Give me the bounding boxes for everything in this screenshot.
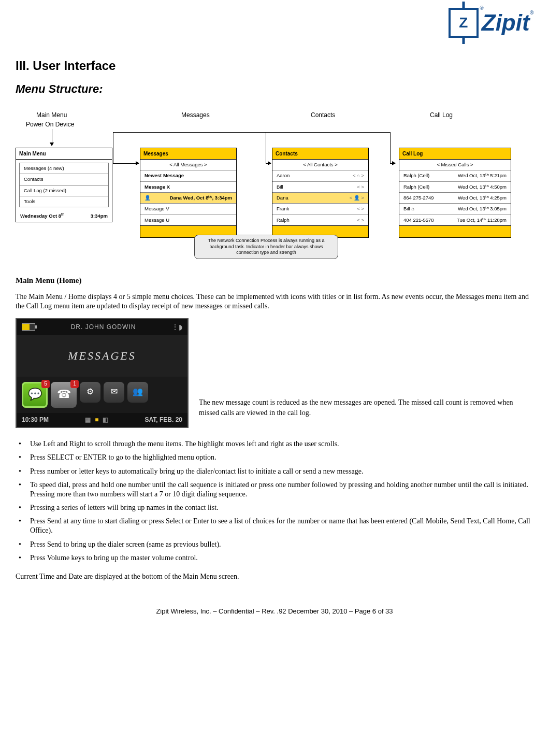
instruction-item: Pressing a series of letters will bring … [16, 503, 533, 512]
arrow-conn2 [266, 132, 390, 133]
page-heading: III. User Interface [16, 59, 533, 73]
mock-message-row: Message X [140, 182, 236, 193]
mock-messages-filter: < All Messages > [140, 160, 236, 170]
mock-main-item: Messages (4 new) [20, 163, 108, 174]
indicator-icon: ■ [95, 416, 98, 424]
contacts-app-icon: 👥 [127, 382, 148, 403]
menu-structure-diagram: Main Menu Power On Device Messages Conta… [16, 111, 533, 262]
instruction-item: Press Volume keys to bring up the master… [16, 553, 533, 563]
logo-badge-icon: Z [449, 8, 479, 38]
wifi-icon: ⋮◗ [171, 322, 182, 332]
label-call-log: Call Log [430, 111, 453, 120]
closing-paragraph: Current Time and Date are displayed at t… [16, 572, 533, 581]
mock-contacts: Contacts < All Contacts > Aaron< ⌂ >Bill… [272, 148, 369, 238]
mock-main-item: Tools [20, 196, 108, 207]
mock-main-menu: Main Menu Messages (4 new) Contacts Call… [16, 148, 112, 222]
arrow-to-contacts [266, 163, 271, 164]
device-titlebar-name: DR. JOHN GODWIN [71, 323, 136, 332]
device-banner: MESSAGES [68, 349, 136, 363]
mock-messages-title: Messages [140, 148, 236, 160]
mock-calllog-title: Call Log [399, 148, 511, 160]
phone-app-icon: ☎1 [51, 382, 77, 408]
tools-app-icon: ⚙ [80, 382, 100, 403]
label-messages: Messages [181, 111, 210, 120]
instruction-item: To speed dial, press and hold one number… [16, 480, 533, 499]
arrow-conn2v [266, 132, 266, 163]
mock-calllog: Call Log < Missed Calls > Ralph (Cell)We… [399, 148, 511, 238]
mock-calllog-row: Bill ⌂Wed Oct, 13ᵗʰ 3:05pm [399, 204, 511, 215]
mock-contacts-filter: < All Contacts > [272, 160, 368, 170]
arrow-to-calllog [390, 163, 395, 164]
mock-contact-row: Bill< > [272, 182, 368, 193]
mock-messages: Messages < All Messages > Newest Message… [140, 148, 237, 238]
logo-text: Zipit® [482, 10, 533, 36]
mail-app-icon: ✉ [104, 382, 124, 403]
mock-main-menu-title: Main Menu [16, 148, 112, 160]
registered-icon: ® [480, 5, 484, 11]
arrow-conn3v [390, 132, 391, 163]
label-power-on: Power On Device [26, 121, 74, 129]
instruction-item: Press SELECT or ENTER to go to the highl… [16, 453, 533, 462]
mock-main-item: Call Log (2 missed) [20, 186, 108, 196]
mock-calllog-row: Ralph (Cell)Wed Oct, 13ᵗʰ 4:50pm [399, 182, 511, 193]
arrow-conn1v [113, 132, 113, 163]
badge-count: 1 [70, 380, 79, 388]
battery-icon [22, 323, 35, 331]
instruction-item: Press Send at any time to start dialing … [16, 517, 533, 535]
mock-contact-row: Dana< 👤 > [272, 193, 368, 204]
mock-main-item: Contacts [20, 174, 108, 185]
instruction-item: Press number or letter keys to automatic… [16, 467, 533, 476]
instruction-item: Use Left and Right to scroll through the… [16, 439, 533, 449]
mock-contact-row: Aaron< ⌂ > [272, 170, 368, 181]
instruction-item: Press Send to bring up the dialer screen… [16, 540, 533, 549]
mock-contacts-title: Contacts [272, 148, 368, 160]
arrow-power-to-main [52, 129, 52, 146]
device-caption: The new message count is reduced as the … [199, 397, 533, 428]
mock-calllog-filter: < Missed Calls > [399, 160, 511, 170]
network-note: The Network Connection Process is always… [194, 235, 338, 259]
mock-calllog-row: 864 275-2749Wed Oct, 13ᵗʰ 4:25pm [399, 193, 511, 204]
mock-message-row: Message V [140, 204, 236, 215]
mock-message-row: Message U [140, 215, 236, 225]
instruction-list: Use Left and Right to scroll through the… [16, 439, 533, 563]
badge-count: 5 [41, 380, 50, 388]
arrow-conn1 [113, 132, 266, 133]
label-main-menu: Main Menu [36, 111, 67, 120]
indicator-icon: ◧ [103, 416, 108, 424]
mock-contact-row: Ralph< > [272, 215, 368, 225]
mock-message-row: Newest Message [140, 170, 236, 181]
logo-row: Z ® Zipit® [16, 8, 533, 38]
mock-message-row: 👤 Dana Wed, Oct 8ᵗʰ, 3:34pm [140, 193, 236, 204]
mock-contact-row: Frank< > [272, 204, 368, 215]
page-footer: Zipit Wireless, Inc. – Confidential – Re… [16, 607, 533, 616]
messages-app-icon: 💬5 [22, 382, 48, 408]
intro-paragraph: The Main Menu / Home displays 4 or 5 sim… [16, 292, 533, 311]
mock-calllog-row: 404 221-5578Tue Oct, 14ᵗʰ 11:28pm [399, 215, 511, 225]
subsection-heading: Main Menu (Home) [16, 276, 533, 285]
indicator-icon: ▦ [85, 416, 91, 424]
mock-calllog-row: Ralph (Cell)Wed Oct, 13ᵗʰ 5:21pm [399, 170, 511, 181]
zipit-logo: Z ® Zipit® [449, 8, 533, 38]
device-time: 10:30 PM [22, 416, 49, 424]
device-mock: DR. JOHN GODWIN ⋮◗ MESSAGES 💬5 ☎1 ⚙ ✉ 👥 … [16, 318, 189, 428]
device-date: SAT, FEB. 20 [145, 416, 182, 424]
arrow-main-to-msgs [113, 163, 139, 164]
label-contacts: Contacts [311, 111, 335, 120]
section-heading: Menu Structure: [16, 82, 533, 96]
